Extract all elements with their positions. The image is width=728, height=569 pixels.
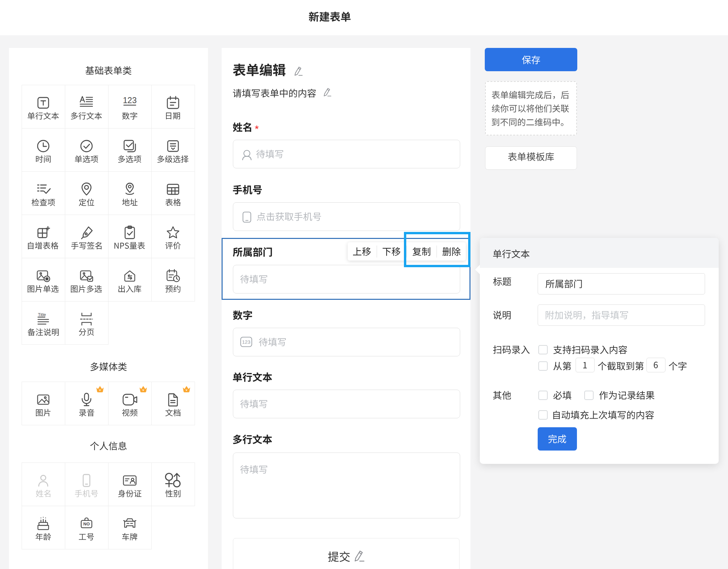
svg-text:Title: Title bbox=[38, 312, 46, 317]
svg-text:v: v bbox=[142, 388, 144, 392]
svg-text:NO: NO bbox=[83, 521, 90, 526]
svg-text:123: 123 bbox=[123, 95, 137, 105]
svg-text:v: v bbox=[186, 388, 187, 392]
svg-text:123: 123 bbox=[242, 339, 250, 345]
svg-text:v: v bbox=[99, 388, 101, 392]
